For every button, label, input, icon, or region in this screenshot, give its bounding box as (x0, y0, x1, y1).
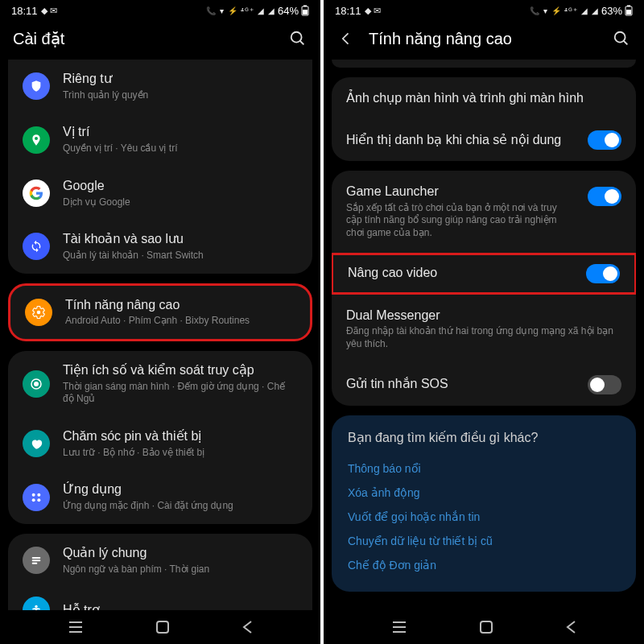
header: Cài đặt (0, 21, 320, 60)
status-bar: 18:11 ◆ ✉ 📞 ▾ ⚡ ⁴ᴳ⁺ ◢ ◢ 63% (324, 0, 644, 21)
row-screenshots[interactable]: Ảnh chụp màn hình và trình ghi màn hình (332, 77, 636, 119)
page-title: Tính năng nâng cao (369, 30, 612, 48)
nav-back[interactable] (242, 620, 253, 634)
google-icon (23, 180, 50, 207)
svg-point-9 (37, 493, 40, 496)
phone-right: 18:11 ◆ ✉ 📞 ▾ ⚡ ⁴ᴳ⁺ ◢ ◢ 63% Tính năng nâ… (324, 0, 644, 644)
settings-row-apps[interactable]: Ứng dụngỨng dụng mặc định · Cài đặt ứng … (8, 470, 312, 523)
settings-row-google[interactable]: GoogleDịch vụ Google (8, 167, 312, 220)
wellbeing-icon (23, 370, 50, 398)
back-button[interactable] (336, 29, 356, 48)
sync-icon (23, 233, 50, 260)
accessibility-icon (23, 597, 50, 610)
signal-icons: 📞 ▾ ⚡ ⁴ᴳ⁺ ◢ ◢ (530, 6, 599, 15)
settings-row-wellbeing[interactable]: Tiện ích số và kiểm soát truy cậpThời gi… (8, 351, 312, 417)
svg-rect-12 (32, 557, 41, 559)
settings-group: Ảnh chụp màn hình và trình ghi màn hình … (332, 77, 636, 161)
svg-point-23 (615, 32, 625, 43)
row-video-enhancer[interactable]: Nâng cao video (332, 253, 636, 295)
settings-row-general[interactable]: Quản lý chungNgôn ngữ và bàn phím · Thời… (8, 534, 312, 587)
apps-icon (23, 484, 50, 511)
settings-row-advanced[interactable]: Tính năng nâng caoAndroid Auto · Phím Cạ… (10, 286, 310, 339)
settings-scroll[interactable]: Riêng tưTrình quản lý quyền Vị tríQuyền … (0, 60, 320, 610)
search-button[interactable] (612, 29, 631, 48)
svg-point-10 (32, 498, 35, 502)
settings-group: Tiện ích số và kiểm soát truy cậpThời gi… (8, 351, 312, 524)
settings-group-advanced: Tính năng nâng caoAndroid Auto · Phím Cạ… (8, 283, 312, 341)
clock: 18:11 (11, 5, 38, 17)
toggle-sos[interactable] (588, 375, 621, 394)
notif-icons: ◆ ✉ (365, 6, 381, 16)
group-sliver (332, 60, 636, 68)
suggest-link[interactable]: Xóa ảnh động (348, 481, 620, 505)
search-button[interactable] (288, 29, 308, 48)
settings-row-devicecare[interactable]: Chăm sóc pin và thiết bịLưu trữ · Bộ nhớ… (8, 417, 312, 470)
settings-row-accounts[interactable]: Tài khoản và sao lưuQuản lý tài khoản · … (8, 220, 312, 273)
settings-group: Riêng tưTrình quản lý quyền Vị tríQuyền … (8, 60, 312, 274)
battery-icon (625, 5, 633, 16)
settings-row-location[interactable]: Vị tríQuyền vị trí · Yêu cầu vị trí (8, 113, 312, 166)
settings-row-accessibility[interactable]: Hỗ trợ (8, 587, 312, 610)
settings-row-privacy[interactable]: Riêng tưTrình quản lý quyền (8, 60, 312, 113)
nav-bar (324, 610, 644, 644)
row-sos[interactable]: Gửi tin nhắn SOS (332, 364, 636, 406)
svg-rect-14 (32, 563, 38, 564)
toggle-game-launcher[interactable] (588, 187, 621, 206)
battery-text: 64% (278, 5, 299, 17)
clock: 18:11 (335, 5, 361, 17)
status-bar: 18:11 ◆ ✉ 📞 ▾ ⚡ ⁴ᴳ⁺ ◢ ◢ 64% (0, 0, 320, 21)
battery-icon (301, 5, 309, 16)
notif-icons: ◆ ✉ (41, 6, 57, 16)
general-icon (23, 547, 50, 574)
nav-home[interactable] (479, 620, 493, 634)
svg-rect-1 (303, 6, 307, 7)
svg-point-15 (35, 605, 37, 608)
svg-rect-2 (303, 10, 308, 14)
row-dual-messenger[interactable]: Dual MessengerĐăng nhập tài khoản thứ ha… (332, 295, 636, 364)
row-show-contacts[interactable]: Hiển thị danh bạ khi chia sẻ nội dung (332, 119, 636, 161)
row-game-launcher[interactable]: Game LauncherSắp xếp tất cả trò chơi của… (332, 171, 636, 253)
nav-bar (0, 610, 320, 644)
svg-rect-21 (627, 6, 630, 7)
svg-rect-19 (157, 621, 168, 633)
phone-left: 18:11 ◆ ✉ 📞 ▾ ⚡ ⁴ᴳ⁺ ◢ ◢ 64% Cài đặt Riên… (0, 0, 320, 644)
toggle-video-enhancer[interactable] (586, 264, 620, 283)
toggle-show-contacts[interactable] (588, 130, 621, 150)
svg-line-4 (300, 41, 304, 45)
suggestions-title: Bạn đang tìm kiếm điều gì khác? (348, 430, 620, 445)
suggest-link[interactable]: Vuốt để gọi hoặc nhắn tin (348, 505, 620, 529)
suggest-link[interactable]: Chuyển dữ liệu từ thiết bị cũ (348, 529, 620, 553)
svg-rect-13 (32, 559, 41, 561)
settings-group: Quản lý chungNgôn ngữ và bàn phím · Thời… (8, 534, 312, 610)
svg-point-11 (37, 498, 40, 502)
svg-line-24 (624, 41, 628, 45)
svg-point-8 (32, 493, 35, 496)
gear-plus-icon (25, 299, 52, 326)
shield-icon (23, 72, 50, 100)
svg-point-3 (291, 32, 302, 43)
signal-icons: 📞 ▾ ⚡ ⁴ᴳ⁺ ◢ ◢ (206, 6, 275, 15)
nav-recents[interactable] (391, 621, 407, 634)
suggestions-card: Bạn đang tìm kiếm điều gì khác? Thông bá… (332, 415, 636, 592)
svg-rect-22 (626, 10, 631, 14)
pin-icon (23, 126, 50, 154)
nav-recents[interactable] (68, 621, 84, 634)
nav-home[interactable] (155, 620, 170, 634)
svg-point-5 (37, 311, 41, 315)
page-title: Cài đặt (13, 29, 288, 48)
svg-rect-28 (481, 621, 492, 633)
suggest-link[interactable]: Thông báo nổi (348, 456, 620, 481)
suggest-link[interactable]: Chế độ Đơn giản (348, 553, 620, 577)
advanced-scroll[interactable]: Ảnh chụp màn hình và trình ghi màn hình … (324, 60, 644, 610)
battery-icon (23, 430, 50, 457)
battery-text: 63% (601, 5, 622, 17)
header: Tính năng nâng cao (324, 21, 644, 60)
settings-group: Game LauncherSắp xếp tất cả trò chơi của… (332, 171, 636, 406)
nav-back[interactable] (565, 620, 576, 634)
svg-point-7 (35, 382, 39, 386)
